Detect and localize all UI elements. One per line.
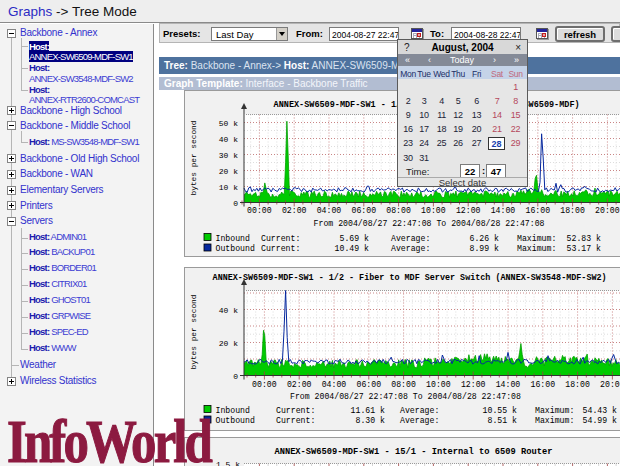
- svg-text:30 k: 30 k: [219, 151, 238, 160]
- svg-text:10.49 k: 10.49 k: [335, 244, 369, 253]
- svg-text:40 k: 40 k: [219, 306, 238, 315]
- svg-text:From 2004/08/27 22:47:08 To 20: From 2004/08/27 22:47:08 To 2004/08/28 2…: [314, 219, 545, 228]
- svg-text:bytes per second: bytes per second: [190, 121, 198, 196]
- svg-text:1.5 k: 1.5 k: [216, 460, 240, 466]
- svg-text:40 k: 40 k: [219, 135, 238, 144]
- svg-text:Inbound: Inbound: [216, 234, 250, 243]
- svg-text:Maximum:: Maximum:: [517, 244, 556, 253]
- svg-text:18:00: 18:00: [560, 206, 585, 215]
- svg-text:Inbound: Inbound: [216, 406, 250, 415]
- svg-text:0: 0: [233, 199, 238, 208]
- svg-text:10:00: 10:00: [421, 206, 446, 215]
- svg-text:Current:: Current:: [276, 416, 315, 425]
- svg-text:18:00: 18:00: [565, 380, 590, 389]
- svg-text:Average:: Average:: [391, 234, 430, 243]
- svg-text:Current:: Current:: [261, 244, 300, 253]
- svg-text:Average:: Average:: [400, 416, 439, 425]
- svg-text:Maximum:: Maximum:: [535, 406, 574, 415]
- svg-text:Outbound: Outbound: [216, 244, 255, 253]
- svg-text:00:00: 00:00: [252, 380, 277, 389]
- svg-text:02:00: 02:00: [287, 380, 312, 389]
- svg-text:04:00: 04:00: [322, 380, 347, 389]
- svg-text:5.69 k: 5.69 k: [340, 234, 370, 243]
- svg-text:Average:: Average:: [400, 406, 439, 415]
- svg-text:10 k: 10 k: [219, 183, 238, 192]
- svg-text:02:00: 02:00: [282, 206, 307, 215]
- svg-text:53.17 k: 53.17 k: [567, 244, 601, 253]
- svg-text:Current:: Current:: [276, 406, 315, 415]
- svg-text:14:00: 14:00: [496, 380, 521, 389]
- svg-text:52.83 k: 52.83 k: [567, 234, 601, 243]
- svg-text:04:00: 04:00: [317, 206, 342, 215]
- svg-text:Current:: Current:: [261, 234, 300, 243]
- svg-text:Outbound: Outbound: [216, 416, 255, 425]
- svg-text:12:00: 12:00: [456, 206, 481, 215]
- svg-text:6.26 k: 6.26 k: [470, 234, 500, 243]
- svg-text:12:00: 12:00: [461, 380, 486, 389]
- svg-text:8.51 k: 8.51 k: [488, 416, 518, 425]
- svg-text:0: 0: [233, 372, 238, 381]
- svg-text:14:00: 14:00: [491, 206, 516, 215]
- svg-text:16:00: 16:00: [531, 380, 556, 389]
- svg-text:54.99 k: 54.99 k: [583, 416, 617, 425]
- svg-text:20:00: 20:00: [600, 380, 620, 389]
- svg-text:08:00: 08:00: [386, 206, 411, 215]
- svg-text:50 k: 50 k: [219, 119, 238, 128]
- svg-text:10:00: 10:00: [426, 380, 451, 389]
- svg-text:ANNEX-SW6509-MDF-SW1 - 15/1 -: ANNEX-SW6509-MDF-SW1 - 15/1 - Internal t…: [274, 447, 552, 457]
- svg-text:11.61 k: 11.61 k: [351, 406, 385, 415]
- svg-text:Maximum:: Maximum:: [517, 234, 556, 243]
- svg-text:8.30 k: 8.30 k: [356, 416, 386, 425]
- svg-text:20 k: 20 k: [219, 339, 238, 348]
- svg-text:00:00: 00:00: [247, 206, 272, 215]
- svg-text:From 2004/08/27 22:47:08 To 20: From 2004/08/27 22:47:08 To 2004/08/28 2…: [290, 392, 521, 401]
- svg-text:08:00: 08:00: [391, 380, 416, 389]
- svg-text:20 k: 20 k: [219, 167, 238, 176]
- svg-text:Average:: Average:: [391, 244, 430, 253]
- svg-text:06:00: 06:00: [352, 206, 377, 215]
- svg-text:10.55 k: 10.55 k: [483, 406, 517, 415]
- svg-text:8.99 k: 8.99 k: [470, 244, 500, 253]
- svg-text:06:00: 06:00: [357, 380, 382, 389]
- svg-text:Maximum:: Maximum:: [535, 416, 574, 425]
- svg-text:bytes per second: bytes per second: [190, 295, 198, 370]
- svg-text:16:00: 16:00: [526, 206, 551, 215]
- svg-text:54.43 k: 54.43 k: [583, 406, 617, 415]
- svg-text:20:00: 20:00: [595, 206, 620, 215]
- svg-text:ANNEX-SW6509-MDF-SW1 - 1/2 - F: ANNEX-SW6509-MDF-SW1 - 1/2 - Fiber to MD…: [213, 273, 607, 283]
